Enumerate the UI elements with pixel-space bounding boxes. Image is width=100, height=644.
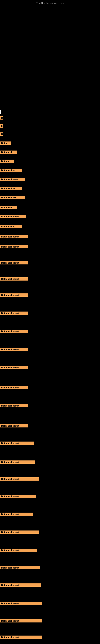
- bottleneck-result-item[interactable]: Bottleneck result: [0, 330, 28, 333]
- bottleneck-result-item[interactable]: Bottleneck result: [0, 460, 35, 464]
- bottleneck-result-item[interactable]: Bottleneck result: [0, 261, 28, 264]
- bottleneck-result-item[interactable]: Bottlene: [0, 160, 14, 163]
- bottleneck-result-item[interactable]: Bottleneck result: [0, 530, 39, 534]
- bottleneck-result-item[interactable]: Bottleneck result: [0, 548, 37, 552]
- bottleneck-result-item[interactable]: Bottleneck: [0, 150, 17, 154]
- site-title: TheBottlenecker.com: [0, 0, 100, 6]
- bottleneck-result-item[interactable]: Bottleneck re: [0, 169, 22, 172]
- bottleneck-result-item[interactable]: Bottleneck re: [0, 187, 22, 190]
- cursor-line: [0, 110, 1, 114]
- bottleneck-result-item[interactable]: B: [0, 132, 3, 136]
- bottleneck-result-item[interactable]: Bottleneck result: [0, 619, 42, 622]
- bottleneck-result-item[interactable]: Bottleneck result: [0, 636, 42, 639]
- bottleneck-result-item[interactable]: Bottleneck result: [0, 277, 28, 280]
- bottleneck-result-item[interactable]: Bottleneck result: [0, 512, 33, 516]
- bottleneck-result-item[interactable]: Bottleneck result: [0, 602, 42, 605]
- bottleneck-result-item[interactable]: Bottleneck result: [0, 442, 34, 445]
- bottleneck-result-item[interactable]: Bottleneck resu: [0, 178, 25, 181]
- bottleneck-result-item[interactable]: Bottleneck result: [0, 312, 28, 315]
- results-area: BEBBottleBottleneckBottleneBottleneck re…: [0, 110, 100, 644]
- bottleneck-result-item[interactable]: Bottleneck result: [0, 294, 28, 297]
- bottleneck-result-item[interactable]: Bottleneck result: [0, 245, 28, 248]
- bottleneck-result-item[interactable]: Bottleneck result: [0, 366, 28, 369]
- bottleneck-result-item[interactable]: Bottleneck result: [0, 477, 39, 480]
- bottleneck-result-item[interactable]: Bottleneck: [0, 206, 17, 209]
- bottleneck-result-item[interactable]: Bottleneck re: [0, 225, 22, 228]
- bottleneck-result-item[interactable]: Bottleneck result: [0, 495, 36, 498]
- bottleneck-result-item[interactable]: Bottleneck result: [0, 348, 28, 351]
- bottleneck-result-item[interactable]: Bottleneck result: [0, 235, 28, 238]
- bottleneck-result-item[interactable]: Bottleneck res: [0, 196, 25, 199]
- bottleneck-result-item[interactable]: Bottleneck result: [0, 566, 40, 569]
- bottleneck-result-item[interactable]: Bottleneck result: [0, 424, 28, 428]
- top-chart-area: [0, 6, 100, 110]
- bottleneck-result-item[interactable]: Bottleneck result: [0, 404, 28, 407]
- bottleneck-result-item[interactable]: Bottleneck result: [0, 584, 41, 587]
- bottleneck-result-item[interactable]: Bottleneck result: [0, 215, 26, 218]
- bottleneck-result-item[interactable]: B: [0, 116, 3, 120]
- bottleneck-result-item[interactable]: E: [0, 124, 3, 128]
- bottleneck-result-item[interactable]: Bottleneck result: [0, 386, 28, 389]
- bottleneck-result-item[interactable]: Bottle: [0, 142, 11, 145]
